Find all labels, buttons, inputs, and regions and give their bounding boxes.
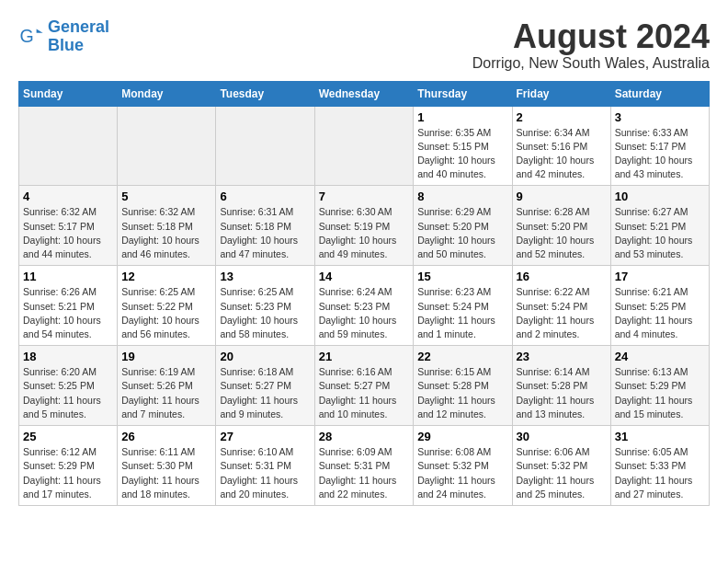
calendar-cell: 24Sunrise: 6:13 AM Sunset: 5:29 PM Dayli… xyxy=(610,346,709,426)
calendar-cell: 5Sunrise: 6:32 AM Sunset: 5:18 PM Daylig… xyxy=(118,186,216,266)
day-number: 28 xyxy=(319,430,410,443)
day-info: Sunrise: 6:30 AM Sunset: 5:19 PM Dayligh… xyxy=(319,205,410,261)
calendar-cell: 9Sunrise: 6:28 AM Sunset: 5:20 PM Daylig… xyxy=(512,186,610,266)
calendar: SundayMondayTuesdayWednesdayThursdayFrid… xyxy=(18,81,710,506)
calendar-cell: 26Sunrise: 6:11 AM Sunset: 5:30 PM Dayli… xyxy=(118,426,216,506)
calendar-cell: 1Sunrise: 6:35 AM Sunset: 5:15 PM Daylig… xyxy=(414,106,512,186)
day-number: 3 xyxy=(615,110,705,124)
day-info: Sunrise: 6:15 AM Sunset: 5:28 PM Dayligh… xyxy=(417,365,507,421)
calendar-cell: 28Sunrise: 6:09 AM Sunset: 5:31 PM Dayli… xyxy=(314,426,414,506)
day-info: Sunrise: 6:14 AM Sunset: 5:28 PM Dayligh… xyxy=(517,365,607,421)
calendar-cell: 13Sunrise: 6:25 AM Sunset: 5:23 PM Dayli… xyxy=(216,266,314,346)
calendar-cell xyxy=(216,106,314,186)
day-info: Sunrise: 6:16 AM Sunset: 5:27 PM Dayligh… xyxy=(319,365,410,421)
location-title: Dorrigo, New South Wales, Australia xyxy=(472,55,710,72)
day-number: 15 xyxy=(417,270,507,283)
calendar-cell: 30Sunrise: 6:06 AM Sunset: 5:32 PM Dayli… xyxy=(512,426,610,506)
calendar-cell: 11Sunrise: 6:26 AM Sunset: 5:21 PM Dayli… xyxy=(19,266,118,346)
day-number: 25 xyxy=(23,430,113,443)
day-info: Sunrise: 6:11 AM Sunset: 5:30 PM Dayligh… xyxy=(121,445,211,501)
day-info: Sunrise: 6:10 AM Sunset: 5:31 PM Dayligh… xyxy=(220,445,310,501)
day-number: 12 xyxy=(121,270,211,283)
day-info: Sunrise: 6:21 AM Sunset: 5:25 PM Dayligh… xyxy=(615,285,705,341)
day-info: Sunrise: 6:09 AM Sunset: 5:31 PM Dayligh… xyxy=(319,445,410,501)
day-number: 23 xyxy=(517,350,607,363)
day-info: Sunrise: 6:35 AM Sunset: 5:15 PM Dayligh… xyxy=(417,126,507,182)
day-number: 18 xyxy=(23,350,113,363)
day-number: 11 xyxy=(23,270,113,283)
weekday-header-tuesday: Tuesday xyxy=(216,81,314,106)
calendar-cell: 12Sunrise: 6:25 AM Sunset: 5:22 PM Dayli… xyxy=(118,266,216,346)
day-info: Sunrise: 6:24 AM Sunset: 5:23 PM Dayligh… xyxy=(319,285,410,341)
calendar-cell: 18Sunrise: 6:20 AM Sunset: 5:25 PM Dayli… xyxy=(19,346,118,426)
calendar-cell: 25Sunrise: 6:12 AM Sunset: 5:29 PM Dayli… xyxy=(19,426,118,506)
calendar-cell: 29Sunrise: 6:08 AM Sunset: 5:32 PM Dayli… xyxy=(414,426,512,506)
calendar-cell: 15Sunrise: 6:23 AM Sunset: 5:24 PM Dayli… xyxy=(414,266,512,346)
day-number: 16 xyxy=(517,270,607,283)
day-info: Sunrise: 6:31 AM Sunset: 5:18 PM Dayligh… xyxy=(220,205,310,261)
weekday-header-friday: Friday xyxy=(512,81,610,106)
day-info: Sunrise: 6:25 AM Sunset: 5:23 PM Dayligh… xyxy=(220,285,310,341)
calendar-cell xyxy=(118,106,216,186)
day-number: 19 xyxy=(121,350,211,363)
day-info: Sunrise: 6:06 AM Sunset: 5:32 PM Dayligh… xyxy=(517,445,607,501)
calendar-week-3: 11Sunrise: 6:26 AM Sunset: 5:21 PM Dayli… xyxy=(19,266,710,346)
calendar-week-5: 25Sunrise: 6:12 AM Sunset: 5:29 PM Dayli… xyxy=(19,426,710,506)
day-info: Sunrise: 6:33 AM Sunset: 5:17 PM Dayligh… xyxy=(615,126,705,182)
calendar-cell: 19Sunrise: 6:19 AM Sunset: 5:26 PM Dayli… xyxy=(118,346,216,426)
day-number: 6 xyxy=(220,190,310,203)
calendar-cell: 10Sunrise: 6:27 AM Sunset: 5:21 PM Dayli… xyxy=(610,186,709,266)
calendar-cell: 22Sunrise: 6:15 AM Sunset: 5:28 PM Dayli… xyxy=(414,346,512,426)
calendar-cell xyxy=(19,106,118,186)
calendar-cell xyxy=(314,106,414,186)
calendar-cell: 8Sunrise: 6:29 AM Sunset: 5:20 PM Daylig… xyxy=(414,186,512,266)
calendar-cell: 7Sunrise: 6:30 AM Sunset: 5:19 PM Daylig… xyxy=(314,186,414,266)
day-info: Sunrise: 6:32 AM Sunset: 5:18 PM Dayligh… xyxy=(121,205,211,261)
day-number: 1 xyxy=(417,110,507,124)
day-info: Sunrise: 6:08 AM Sunset: 5:32 PM Dayligh… xyxy=(417,445,507,501)
svg-marker-1 xyxy=(37,29,43,32)
logo-line1: General xyxy=(48,17,109,36)
day-number: 5 xyxy=(121,190,211,203)
day-info: Sunrise: 6:32 AM Sunset: 5:17 PM Dayligh… xyxy=(23,205,113,261)
day-info: Sunrise: 6:26 AM Sunset: 5:21 PM Dayligh… xyxy=(23,285,113,341)
day-info: Sunrise: 6:22 AM Sunset: 5:24 PM Dayligh… xyxy=(517,285,607,341)
day-info: Sunrise: 6:28 AM Sunset: 5:20 PM Dayligh… xyxy=(517,205,607,261)
calendar-cell: 27Sunrise: 6:10 AM Sunset: 5:31 PM Dayli… xyxy=(216,426,314,506)
day-number: 7 xyxy=(319,190,410,203)
calendar-week-4: 18Sunrise: 6:20 AM Sunset: 5:25 PM Dayli… xyxy=(19,346,710,426)
day-info: Sunrise: 6:12 AM Sunset: 5:29 PM Dayligh… xyxy=(23,445,113,501)
day-number: 13 xyxy=(220,270,310,283)
calendar-cell: 20Sunrise: 6:18 AM Sunset: 5:27 PM Dayli… xyxy=(216,346,314,426)
logo-line2: Blue xyxy=(48,36,84,54)
calendar-cell: 6Sunrise: 6:31 AM Sunset: 5:18 PM Daylig… xyxy=(216,186,314,266)
calendar-cell: 23Sunrise: 6:14 AM Sunset: 5:28 PM Dayli… xyxy=(512,346,610,426)
logo: G General Blue xyxy=(18,18,109,55)
weekday-header-monday: Monday xyxy=(118,81,216,106)
weekday-header-sunday: Sunday xyxy=(19,81,118,106)
title-block: August 2024 Dorrigo, New South Wales, Au… xyxy=(472,18,710,72)
calendar-cell: 31Sunrise: 6:05 AM Sunset: 5:33 PM Dayli… xyxy=(610,426,709,506)
weekday-header-row: SundayMondayTuesdayWednesdayThursdayFrid… xyxy=(19,81,710,106)
calendar-week-2: 4Sunrise: 6:32 AM Sunset: 5:17 PM Daylig… xyxy=(19,186,710,266)
calendar-cell: 21Sunrise: 6:16 AM Sunset: 5:27 PM Dayli… xyxy=(314,346,414,426)
day-number: 17 xyxy=(615,270,705,283)
month-title: August 2024 xyxy=(472,18,710,55)
day-number: 26 xyxy=(121,430,211,443)
day-number: 10 xyxy=(615,190,705,203)
day-info: Sunrise: 6:25 AM Sunset: 5:22 PM Dayligh… xyxy=(121,285,211,341)
calendar-cell: 4Sunrise: 6:32 AM Sunset: 5:17 PM Daylig… xyxy=(19,186,118,266)
day-number: 30 xyxy=(517,430,607,443)
calendar-cell: 17Sunrise: 6:21 AM Sunset: 5:25 PM Dayli… xyxy=(610,266,709,346)
day-number: 8 xyxy=(417,190,507,203)
weekday-header-thursday: Thursday xyxy=(414,81,512,106)
day-info: Sunrise: 6:29 AM Sunset: 5:20 PM Dayligh… xyxy=(417,205,507,261)
logo-text: General Blue xyxy=(48,18,109,55)
svg-text:G: G xyxy=(19,25,33,45)
day-number: 4 xyxy=(23,190,113,203)
day-info: Sunrise: 6:20 AM Sunset: 5:25 PM Dayligh… xyxy=(23,365,113,421)
day-info: Sunrise: 6:18 AM Sunset: 5:27 PM Dayligh… xyxy=(220,365,310,421)
calendar-cell: 16Sunrise: 6:22 AM Sunset: 5:24 PM Dayli… xyxy=(512,266,610,346)
day-number: 22 xyxy=(417,350,507,363)
weekday-header-saturday: Saturday xyxy=(610,81,709,106)
